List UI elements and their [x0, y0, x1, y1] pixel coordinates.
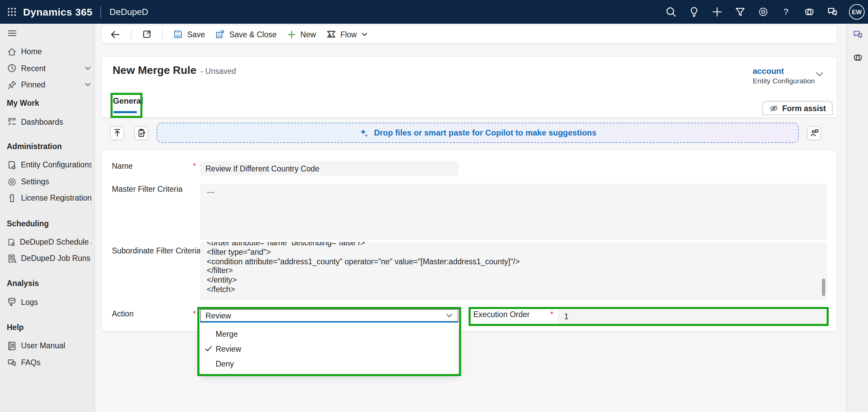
app-name[interactable]: DeDupeD	[110, 7, 148, 17]
required-marker: *	[548, 310, 553, 318]
save-and-close-button[interactable]: Save & Close	[215, 29, 276, 39]
rail-copilot-icon[interactable]	[852, 52, 864, 64]
back-button[interactable]	[110, 29, 121, 40]
tab-general[interactable]: General	[113, 94, 143, 113]
active-tab-underline	[113, 111, 137, 113]
new-button[interactable]: New	[287, 29, 316, 39]
chevron-down-icon	[84, 62, 92, 74]
lightbulb-icon[interactable]	[688, 6, 700, 18]
sidebar-item-entity-configurations[interactable]: Entity Configurations	[7, 159, 92, 170]
smart-paste-button[interactable]	[134, 126, 149, 140]
copilot-icon[interactable]	[803, 6, 815, 18]
sidebar-group-help: Help	[7, 322, 24, 332]
copilot-dropzone-text: Drop files or smart paste for Copilot to…	[374, 128, 596, 138]
search-icon[interactable]	[665, 6, 677, 18]
commandbar-divider	[131, 29, 132, 40]
save-close-icon	[215, 29, 225, 39]
xml-line: </filter>	[207, 267, 821, 276]
subordinate-filter-label: Subordinate Filter Criteria*	[112, 247, 196, 255]
action-option-list: Merge Review Deny	[200, 323, 458, 374]
master-filter-textarea[interactable]: ---	[200, 184, 827, 240]
copilot-feedback-button[interactable]	[807, 126, 821, 140]
navbar-divider	[101, 6, 101, 18]
execution-order-input[interactable]: 1	[557, 310, 827, 324]
record-title: New Merge Rule	[113, 64, 196, 77]
entity-type-label: Entity Configuration	[753, 77, 815, 85]
form-assist-button[interactable]: Form assist	[763, 101, 833, 115]
plus-icon	[287, 29, 296, 39]
upload-icon	[112, 128, 122, 138]
chevron-down-icon	[446, 312, 453, 320]
record-status: - Unsaved	[200, 67, 236, 75]
add-icon[interactable]	[711, 6, 723, 18]
entity-chevron-down-icon[interactable]	[815, 69, 824, 81]
option-review[interactable]: Review	[200, 341, 458, 356]
action-select[interactable]: Review	[200, 309, 458, 323]
xml-line: </entity>	[207, 276, 821, 286]
entity-selector: account Entity Configuration	[753, 66, 815, 85]
entity-name-link[interactable]: account	[753, 66, 815, 76]
sidebar-item-dashboards[interactable]: Dashboards	[7, 116, 92, 127]
sidebar-item-logs[interactable]: Logs	[7, 296, 92, 307]
sidebar-item-faqs[interactable]: FAQs	[7, 357, 92, 368]
sidebar-item-settings[interactable]: Settings	[7, 176, 92, 187]
rail-chat-icon[interactable]	[852, 28, 864, 41]
checkmark-icon	[205, 345, 212, 354]
xml-line: <filter type="and">	[207, 248, 821, 257]
save-button[interactable]: Save	[173, 29, 205, 39]
person-feedback-icon	[809, 128, 819, 138]
sparkle-icon	[359, 128, 369, 138]
sidebar-item-dedupe-schedule-jobs[interactable]: DeDupeD Schedule J...	[7, 236, 92, 247]
top-navbar: Dynamics 365 DeDupeD ? EW	[0, 0, 868, 24]
open-in-new-window-button[interactable]	[142, 29, 152, 39]
product-name[interactable]: Dynamics 365	[23, 6, 93, 18]
navbar-actions: ? EW	[665, 4, 868, 20]
chevron-down-icon	[84, 79, 92, 91]
textarea-scrollbar-thumb[interactable]	[822, 279, 825, 296]
command-bar: Save Save & Close New Flow	[102, 25, 837, 43]
option-merge[interactable]: Merge	[200, 326, 458, 342]
commandbar-divider	[162, 29, 163, 40]
copilot-suggestion-row: Drop files or smart paste for Copilot to…	[102, 123, 837, 144]
xml-line: </fetch>	[207, 285, 821, 295]
required-marker: *	[190, 162, 196, 170]
right-rail	[846, 24, 868, 412]
flow-icon	[326, 29, 336, 39]
option-deny[interactable]: Deny	[200, 356, 458, 372]
screen: Dynamics 365 DeDupeD ? EW Home Recent	[0, 0, 868, 412]
filter-icon[interactable]	[734, 6, 746, 18]
feedback-chat-icon[interactable]	[826, 6, 838, 18]
sidebar-group-analysis: Analysis	[7, 278, 39, 289]
sidebar-item-recent[interactable]: Recent	[7, 63, 92, 74]
sidebar-group-administration: Administration	[7, 141, 62, 152]
sidebar-item-dedupe-job-runs[interactable]: DeDupeD Job Runs	[7, 253, 92, 264]
sidebar-group-my-work: My Work	[7, 98, 39, 108]
sidebar-group-scheduling: Scheduling	[7, 218, 49, 229]
record-header-card: New Merge Rule - Unsaved account Entity …	[102, 57, 837, 117]
settings-gear-icon[interactable]	[757, 6, 769, 18]
name-input[interactable]: Review If Different Country Code	[200, 162, 458, 176]
name-field-label: Name*	[112, 162, 196, 170]
execution-order-label: Execution Order*	[473, 310, 553, 318]
sidebar: Home Recent Pinned My Work Dashboards Ad…	[0, 24, 95, 412]
sidebar-item-license-registration[interactable]: License Registration	[7, 192, 92, 203]
required-marker: *	[190, 309, 196, 317]
master-filter-label: Master Filter Criteria	[112, 185, 196, 193]
subordinate-filter-textarea[interactable]: <order attribute="name" descending="fals…	[200, 242, 827, 300]
sidebar-item-home[interactable]: Home	[7, 46, 92, 57]
app-launcher-icon[interactable]	[0, 0, 23, 24]
user-avatar[interactable]: EW	[849, 4, 865, 20]
sidebar-item-pinned[interactable]: Pinned	[7, 79, 92, 90]
help-icon[interactable]: ?	[780, 6, 792, 18]
chevron-down-icon	[361, 30, 368, 38]
save-icon	[173, 29, 183, 39]
sidebar-item-user-manual[interactable]: User Manual	[7, 340, 92, 351]
xml-line: <condition attribute="address1_county" o…	[207, 257, 821, 267]
smart-paste-icon	[137, 128, 146, 138]
xml-line: <order attribute="name" descending="fals…	[207, 242, 821, 248]
main-content: Save Save & Close New Flow New Merge Rul…	[96, 24, 846, 412]
copilot-dropzone[interactable]: Drop files or smart paste for Copilot to…	[157, 123, 799, 143]
sidebar-collapse-icon[interactable]	[7, 28, 92, 39]
upload-file-button[interactable]	[110, 126, 124, 140]
flow-button[interactable]: Flow	[326, 29, 369, 39]
